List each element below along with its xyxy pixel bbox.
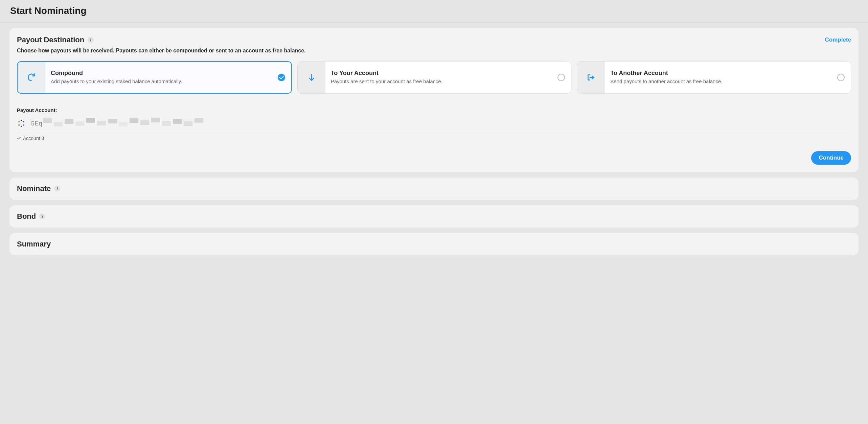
payout-account-address: 5Eq — [31, 120, 205, 127]
svg-point-3 — [18, 121, 20, 122]
nominate-title: Nominate — [17, 184, 51, 193]
option-title: Compound — [51, 70, 274, 77]
option-desc: Add payouts to your existing staked bala… — [51, 78, 274, 85]
info-icon[interactable]: i — [39, 213, 45, 219]
page-title: Start Nominating — [0, 0, 868, 23]
option-title: To Your Account — [331, 70, 554, 77]
radio-icon — [837, 74, 845, 81]
payout-destination-card: Payout Destination i Complete Choose how… — [9, 28, 859, 172]
payout-account-row[interactable]: 5Eq — [17, 119, 851, 132]
payout-title: Payout Destination — [17, 36, 84, 44]
svg-point-2 — [21, 120, 22, 121]
svg-point-6 — [18, 124, 20, 126]
bond-title: Bond — [17, 212, 36, 221]
nominate-step[interactable]: Nominate i — [9, 178, 859, 200]
redacted-address-icon — [43, 120, 205, 127]
svg-point-8 — [21, 126, 22, 127]
option-compound[interactable]: Compound Add payouts to your existing st… — [17, 61, 292, 94]
bond-step[interactable]: Bond i — [9, 205, 859, 228]
send-out-icon — [577, 62, 605, 93]
arrow-down-icon — [298, 62, 325, 93]
payout-account-name: Account 3 — [17, 136, 851, 141]
identicon-icon — [17, 119, 26, 128]
option-desc: Send payouts to another account as free … — [610, 78, 833, 85]
svg-point-4 — [23, 121, 24, 122]
option-title: To Another Account — [610, 70, 833, 77]
option-to-another-account[interactable]: To Another Account Send payouts to anoth… — [577, 61, 851, 94]
payout-subtitle: Choose how payouts will be received. Pay… — [17, 48, 851, 54]
continue-button[interactable]: Continue — [811, 151, 851, 165]
check-icon — [17, 136, 21, 140]
complete-status[interactable]: Complete — [825, 37, 851, 43]
summary-step[interactable]: Summary — [9, 233, 859, 255]
compound-icon — [18, 62, 45, 93]
summary-title: Summary — [17, 240, 51, 249]
info-icon[interactable]: i — [88, 37, 94, 43]
svg-point-5 — [21, 123, 22, 124]
radio-icon — [557, 74, 565, 81]
svg-point-7 — [23, 124, 24, 126]
payout-account-label: Payout Account: — [17, 107, 851, 113]
option-to-your-account[interactable]: To Your Account Payouts are sent to your… — [297, 61, 572, 94]
radio-selected-icon — [278, 74, 285, 81]
option-desc: Payouts are sent to your account as free… — [331, 78, 554, 85]
info-icon[interactable]: i — [54, 186, 60, 192]
